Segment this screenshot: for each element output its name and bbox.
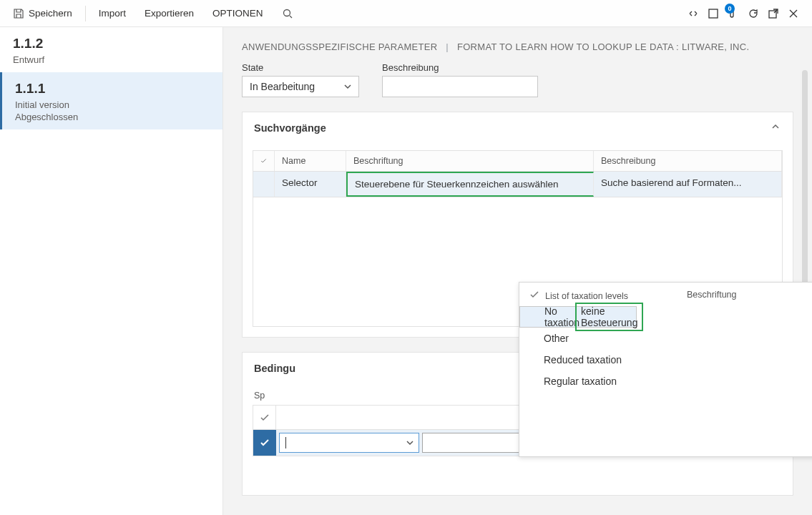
dropdown-item-no-taxation[interactable]: No taxation keine Besteuerung xyxy=(519,306,637,328)
save-button[interactable]: Speichern xyxy=(6,3,79,24)
export-button[interactable]: Exportieren xyxy=(137,3,201,24)
save-icon xyxy=(13,8,24,19)
check-icon xyxy=(529,290,539,302)
state-value: In Bearbeitung xyxy=(250,81,315,92)
lookups-grid-header: Name Beschriftung Beschreibung xyxy=(253,151,782,172)
save-label: Speichern xyxy=(29,8,72,19)
state-label: State xyxy=(242,62,359,73)
sidebar-item-1-1-2[interactable]: 1.1.2 Entwurf xyxy=(0,27,222,72)
lookups-title: Suchvorgänge xyxy=(254,122,326,134)
main-content: ANWENDUNGSSPEZIFISCHE PARAMETER | FORMAT… xyxy=(223,27,812,515)
version-sidebar: 1.1.2 Entwurf 1.1.1 Initial version Abge… xyxy=(0,27,223,515)
import-label: Import xyxy=(99,8,126,19)
search-button[interactable] xyxy=(275,3,300,24)
attach-icon[interactable]: 0 xyxy=(728,6,739,20)
export-label: Exportieren xyxy=(145,8,194,19)
text-caret xyxy=(285,437,286,448)
dropdown-item-regular[interactable]: Regular taxation xyxy=(519,371,812,392)
breadcrumb-current: FORMAT TO LEARN HOW TO LOOKUP LE DATA : … xyxy=(457,41,749,52)
app-switcher-icon[interactable] xyxy=(688,8,699,19)
sidebar-item-1-1-1[interactable]: 1.1.1 Initial version Abgeschlossen xyxy=(0,72,222,129)
condition-taxlevel-select[interactable] xyxy=(279,433,419,453)
row-label: Steuerebene für Steuerkennzeichen auswäh… xyxy=(346,172,594,197)
description-input[interactable] xyxy=(382,76,538,97)
options-label: OPTIONEN xyxy=(212,8,263,19)
taxation-dropdown: List of taxation levels Beschriftung No … xyxy=(519,282,812,457)
dropdown-label: keine Besteuerung xyxy=(579,304,639,330)
col-name[interactable]: Name xyxy=(275,151,346,171)
toolbar-left: Speichern Import Exportieren OPTIONEN xyxy=(6,3,300,24)
chevron-down-icon xyxy=(343,82,353,94)
breadcrumb-separator: | xyxy=(440,41,454,52)
popout-icon[interactable] xyxy=(768,8,779,19)
state-select[interactable]: In Bearbeitung xyxy=(242,76,359,97)
dropdown-item-reduced[interactable]: Reduced taxation xyxy=(519,349,812,371)
conditions-title: Bedingu xyxy=(254,363,295,374)
dropdown-level: No taxation xyxy=(544,305,579,328)
app-toolbar: Speichern Import Exportieren OPTIONEN 0 xyxy=(0,0,812,27)
checkbox-column[interactable] xyxy=(253,151,275,171)
search-icon xyxy=(282,8,293,19)
description-field: Beschreibung xyxy=(382,62,538,97)
options-button[interactable]: OPTIONEN xyxy=(205,3,270,24)
office-icon[interactable] xyxy=(708,8,719,19)
version-subtitle: Initial version xyxy=(15,99,210,110)
svg-rect-2 xyxy=(709,9,718,18)
import-button[interactable]: Import xyxy=(92,3,133,24)
col-description[interactable]: Beschreibung xyxy=(594,151,782,171)
row-description: Suche basierend auf Formaten... xyxy=(594,172,782,197)
dropdown-label xyxy=(687,333,812,344)
close-icon[interactable] xyxy=(788,8,799,19)
svg-line-1 xyxy=(290,16,292,18)
attach-badge: 0 xyxy=(725,4,735,14)
dropdown-level: Reduced taxation xyxy=(544,354,687,366)
dropdown-level: Other xyxy=(544,333,687,344)
col-label[interactable]: Beschriftung xyxy=(346,151,594,171)
version-number: 1.1.1 xyxy=(15,81,210,97)
dropdown-col-level[interactable]: List of taxation levels xyxy=(545,291,628,301)
breadcrumb-root[interactable]: ANWENDUNGSSPEZIFISCHE PARAMETER xyxy=(242,41,437,52)
lookups-header[interactable]: Suchvorgänge xyxy=(243,112,793,143)
state-field: State In Bearbeitung xyxy=(242,62,359,97)
row-selected-checkbox[interactable] xyxy=(253,430,276,456)
row-checkbox[interactable] xyxy=(253,172,275,197)
svg-point-0 xyxy=(283,9,290,16)
version-number: 1.1.2 xyxy=(13,36,210,52)
dropdown-label xyxy=(687,376,812,387)
chevron-up-icon xyxy=(770,121,781,134)
breadcrumb: ANWENDUNGSSPEZIFISCHE PARAMETER | FORMAT… xyxy=(242,41,793,52)
row-name: Selector xyxy=(275,172,346,197)
dropdown-col-label[interactable]: Beschriftung xyxy=(687,290,812,302)
chevron-down-icon xyxy=(406,438,414,449)
version-state: Abgeschlossen xyxy=(15,112,210,122)
dropdown-item-other[interactable]: Other xyxy=(519,328,812,349)
toolbar-right: 0 xyxy=(688,6,806,20)
lookups-row[interactable]: Selector Steuerebene für Steuerkennzeich… xyxy=(253,172,782,197)
description-label: Beschreibung xyxy=(382,62,538,73)
toolbar-separator xyxy=(85,6,86,21)
checkbox-column[interactable] xyxy=(253,406,276,429)
dropdown-header: List of taxation levels Beschriftung xyxy=(519,283,812,306)
refresh-icon[interactable] xyxy=(748,8,759,19)
header-fields: State In Bearbeitung Beschreibung xyxy=(242,62,793,97)
dropdown-level: Regular taxation xyxy=(544,376,687,387)
version-state: Entwurf xyxy=(13,54,210,65)
dropdown-label xyxy=(687,354,812,366)
